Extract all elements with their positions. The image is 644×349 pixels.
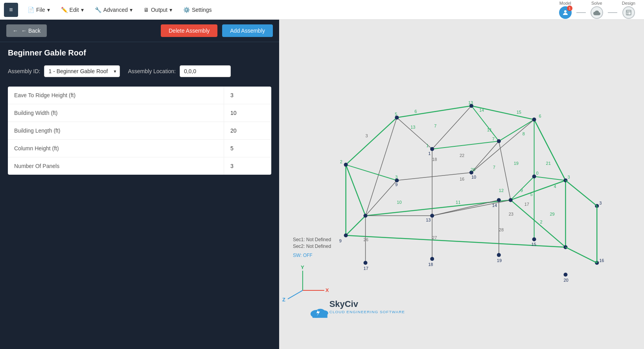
svg-text:23: 23 — [509, 212, 513, 216]
properties-table: Eave To Ridge Height (ft)3Building Width… — [8, 87, 271, 175]
svg-rect-4 — [279, 27, 644, 341]
workflow-model[interactable]: Model 1 — [554, 1, 576, 19]
advanced-label: Advanced — [103, 7, 128, 13]
delete-label: Delete Assembly — [169, 28, 210, 34]
panel-title: Beginner Gable Roof — [0, 42, 279, 62]
prop-value: 10 — [224, 104, 271, 122]
delete-assembly-button[interactable]: Delete Assembly — [161, 24, 217, 37]
prop-label: Eave To Ridge Height (ft) — [8, 87, 224, 104]
advanced-icon: 🔧 — [95, 7, 101, 13]
output-label: Output — [151, 7, 167, 13]
assembly-location-label: Assembly Location: — [128, 68, 175, 74]
workflow-design[interactable]: Design — [617, 1, 640, 19]
svg-text:9: 9 — [521, 188, 523, 193]
svg-text:2: 2 — [340, 159, 342, 164]
nav-output[interactable]: 🖥 Output ▾ — [139, 4, 177, 15]
model-button[interactable]: 1 — [559, 6, 572, 19]
svg-point-55 — [344, 233, 348, 237]
nav-file[interactable]: 📄 File ▾ — [23, 4, 55, 15]
nav-edit[interactable]: ✏️ Edit ▾ — [56, 4, 88, 15]
svg-point-61 — [563, 273, 567, 277]
svg-text:22: 22 — [460, 153, 464, 158]
svg-point-54 — [509, 198, 513, 202]
svg-text:14: 14 — [492, 203, 497, 208]
svg-text:12: 12 — [499, 188, 504, 193]
svg-point-43 — [532, 118, 536, 122]
edit-icon: ✏️ — [61, 7, 68, 13]
edit-label: Edit — [70, 7, 79, 13]
svg-point-51 — [364, 214, 368, 218]
svg-rect-130 — [313, 314, 328, 318]
svg-point-56 — [532, 237, 536, 241]
svg-text:26: 26 — [364, 237, 368, 242]
assembly-location-group: Assembly Location: — [128, 65, 230, 77]
svg-point-53 — [497, 198, 501, 202]
svg-text:0: 0 — [536, 171, 539, 175]
svg-text:Sec2: Not Defined: Sec2: Not Defined — [293, 244, 331, 249]
assembly-id-label: Assembly ID: — [8, 68, 40, 74]
svg-text:8: 8 — [523, 131, 525, 136]
svg-text:20: 20 — [471, 167, 475, 172]
prop-value: 3 — [224, 157, 271, 175]
table-row: Building Length (ft)20 — [8, 122, 271, 140]
assembly-id-select[interactable]: 1 - Beginner Gable Roof — [44, 65, 120, 77]
svg-text:11: 11 — [456, 200, 460, 205]
svg-text:20: 20 — [563, 278, 568, 283]
viewport-canvas: 5 13 6 14 15 2 3 1 11 7 8 6 0 21 3 20 7 … — [279, 20, 644, 349]
prop-label: Column Height (ft) — [8, 140, 224, 157]
svg-text:21: 21 — [546, 161, 551, 166]
svg-text:6: 6 — [539, 114, 541, 118]
svg-text:4: 4 — [554, 184, 556, 189]
design-button[interactable] — [622, 6, 635, 19]
svg-text:15: 15 — [517, 110, 521, 114]
svg-text:18: 18 — [432, 157, 437, 162]
svg-text:15: 15 — [532, 242, 536, 247]
back-button[interactable]: ← ← Back — [6, 24, 47, 37]
nav-settings[interactable]: ⚙️ Settings — [178, 4, 217, 15]
svg-text:9: 9 — [395, 182, 397, 187]
svg-text:27: 27 — [432, 235, 437, 240]
solve-button[interactable] — [591, 6, 603, 19]
svg-text:18: 18 — [428, 262, 433, 267]
design-label: Design — [622, 1, 635, 6]
navbar-right: Model 1 Solve Design — [554, 1, 640, 19]
svg-text:1: 1 — [428, 151, 431, 156]
svg-text:17: 17 — [524, 202, 529, 207]
svg-text:29: 29 — [550, 212, 555, 216]
svg-point-59 — [430, 257, 434, 261]
file-arrow: ▾ — [47, 7, 50, 13]
svg-text:14: 14 — [479, 108, 484, 113]
design-icon — [626, 9, 632, 16]
assembly-id-select-wrapper: 1 - Beginner Gable Roof — [44, 65, 120, 77]
svg-text:3: 3 — [599, 201, 602, 205]
navbar: ≡ 📄 File ▾ ✏️ Edit ▾ 🔧 Advanced ▾ 🖥 Outp… — [0, 0, 644, 20]
svg-rect-1 — [626, 10, 631, 15]
svg-point-60 — [497, 253, 501, 257]
edit-arrow: ▾ — [81, 7, 84, 13]
svg-point-47 — [497, 139, 501, 143]
svg-text:2: 2 — [540, 220, 543, 224]
svg-text:19: 19 — [514, 161, 519, 166]
svg-point-58 — [364, 261, 368, 265]
hamburger-icon: ≡ — [9, 6, 13, 13]
assembly-location-input[interactable] — [180, 65, 231, 77]
add-assembly-button[interactable]: Add Assembly — [222, 24, 273, 37]
back-label: ← Back — [21, 28, 40, 34]
svg-text:13: 13 — [426, 218, 431, 222]
nav-advanced[interactable]: 🔧 Advanced ▾ — [90, 4, 137, 15]
svg-text:CLOUD ENGINEERING SOFTWARE: CLOUD ENGINEERING SOFTWARE — [329, 310, 405, 314]
hamburger-button[interactable]: ≡ — [4, 3, 18, 17]
svg-text:7: 7 — [492, 137, 495, 141]
svg-point-46 — [430, 147, 434, 151]
navbar-left: ≡ 📄 File ▾ ✏️ Edit ▾ 🔧 Advanced ▾ 🖥 Outp… — [4, 3, 217, 17]
workflow-solve[interactable]: Solve — [586, 1, 608, 19]
main-layout: ← ← Back Delete Assembly Add Assembly Be… — [0, 20, 644, 349]
settings-label: Settings — [192, 7, 212, 13]
prop-label: Building Width (ft) — [8, 104, 224, 122]
svg-text:Sec1: Not Defined: Sec1: Not Defined — [293, 237, 331, 242]
right-panel: 5 13 6 14 15 2 3 1 11 7 8 6 0 21 3 20 7 … — [279, 20, 644, 349]
svg-text:3: 3 — [567, 175, 570, 179]
prop-value: 5 — [224, 140, 271, 157]
model-label: Model — [559, 1, 571, 6]
svg-text:X: X — [326, 287, 329, 293]
